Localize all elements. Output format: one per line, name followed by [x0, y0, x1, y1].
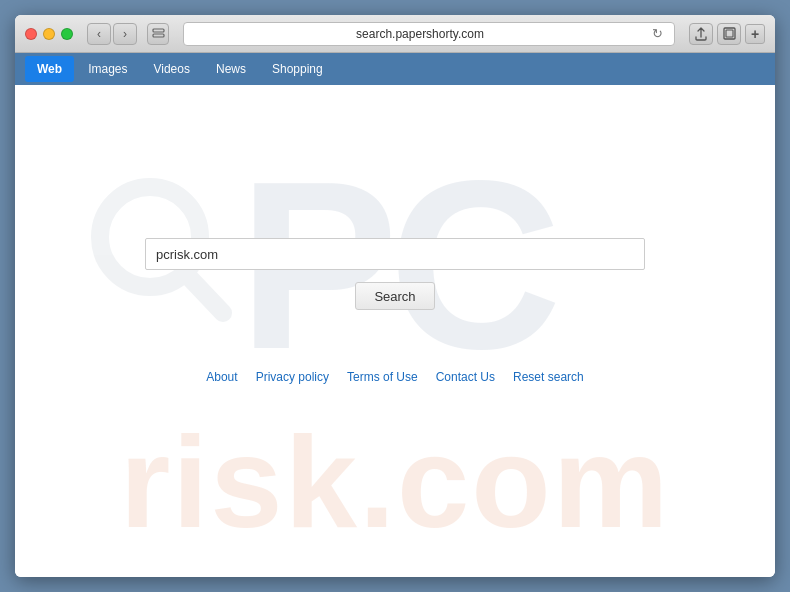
tab-videos[interactable]: Videos	[141, 56, 201, 82]
new-tab-button[interactable]: +	[745, 24, 765, 44]
tab-web[interactable]: Web	[25, 56, 74, 82]
footer-link-reset[interactable]: Reset search	[513, 370, 584, 384]
forward-button[interactable]: ›	[113, 23, 137, 45]
fullscreen-button[interactable]	[717, 23, 741, 45]
svg-rect-3	[726, 30, 733, 37]
minimize-button[interactable]	[43, 28, 55, 40]
search-form: Search	[145, 238, 645, 310]
footer-link-about[interactable]: About	[206, 370, 237, 384]
footer-link-contact[interactable]: Contact Us	[436, 370, 495, 384]
main-content: PC risk.com Search About Privacy policy …	[15, 85, 775, 577]
svg-rect-1	[153, 34, 164, 37]
close-button[interactable]	[25, 28, 37, 40]
watermark: PC risk.com	[15, 85, 775, 577]
nav-buttons: ‹ ›	[87, 23, 137, 45]
reload-button[interactable]: ↻	[648, 25, 666, 43]
toolbar-right: +	[689, 23, 765, 45]
tab-overview-button[interactable]	[147, 23, 169, 45]
traffic-lights	[25, 28, 73, 40]
nav-tabs-bar: Web Images Videos News Shopping	[15, 53, 775, 85]
url-text: search.papershorty.com	[192, 27, 648, 41]
search-button[interactable]: Search	[355, 282, 435, 310]
footer-links: About Privacy policy Terms of Use Contac…	[206, 370, 583, 384]
footer-link-terms[interactable]: Terms of Use	[347, 370, 418, 384]
watermark-risk-text: risk.com	[120, 417, 671, 547]
search-input[interactable]	[145, 238, 645, 270]
svg-rect-0	[153, 29, 164, 32]
footer-link-privacy[interactable]: Privacy policy	[256, 370, 329, 384]
tab-news[interactable]: News	[204, 56, 258, 82]
title-bar: ‹ › search.papershorty.com ↻	[15, 15, 775, 53]
back-button[interactable]: ‹	[87, 23, 111, 45]
tab-shopping[interactable]: Shopping	[260, 56, 335, 82]
url-bar[interactable]: search.papershorty.com ↻	[183, 22, 675, 46]
browser-window: ‹ › search.papershorty.com ↻	[15, 15, 775, 577]
tab-images[interactable]: Images	[76, 56, 139, 82]
share-button[interactable]	[689, 23, 713, 45]
maximize-button[interactable]	[61, 28, 73, 40]
